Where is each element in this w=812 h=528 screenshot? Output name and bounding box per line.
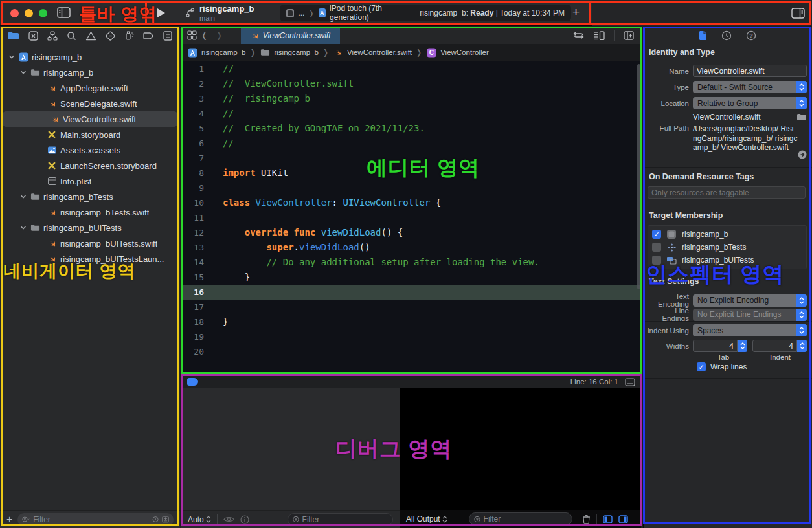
debug-variables-pane[interactable] xyxy=(181,388,400,510)
file-row-Assets-xcassets[interactable]: Assets.xcassets xyxy=(0,142,180,158)
variables-filter-field[interactable] xyxy=(288,513,393,526)
code-line-4[interactable]: 4// xyxy=(181,106,642,121)
clear-console-icon[interactable] xyxy=(582,514,591,524)
disclosure-chevron-icon[interactable] xyxy=(8,54,15,60)
source-control-tab-icon[interactable] xyxy=(28,31,38,41)
inspector-toggle-icon[interactable] xyxy=(791,8,805,19)
line-number[interactable]: 5 xyxy=(181,121,212,136)
line-number[interactable]: 2 xyxy=(181,76,212,91)
breakpoints-tab-icon[interactable] xyxy=(143,32,154,40)
wrap-lines-checkbox[interactable]: ✓ xyxy=(697,362,706,371)
debug-tab-icon[interactable] xyxy=(124,30,134,41)
file-row-risingcamp_bTests-swift[interactable]: risingcamp_bTests.swift xyxy=(0,204,180,220)
code-line-19[interactable]: 19 xyxy=(181,329,642,344)
line-number[interactable]: 7 xyxy=(181,151,212,166)
line-number[interactable]: 11 xyxy=(181,210,212,225)
add-editor-icon[interactable] xyxy=(624,31,634,40)
history-inspector-tab-icon[interactable] xyxy=(721,30,732,41)
wrap-lines-row[interactable]: ✓ Wrap lines xyxy=(697,362,747,371)
line-number[interactable]: 20 xyxy=(181,344,212,359)
disclosure-chevron-icon[interactable] xyxy=(19,69,27,76)
file-row-risingcamp_bUITests[interactable]: risingcamp_bUITests xyxy=(0,220,180,236)
code-line-12[interactable]: 12 override func viewDidLoad() { xyxy=(181,225,642,240)
code-line-14[interactable]: 14 // Do any additional setup after load… xyxy=(181,255,642,270)
file-row-risingcamp_bUITestsLaun---[interactable]: risingcamp_bUITestsLaun... xyxy=(0,251,180,267)
run-button[interactable] xyxy=(157,8,165,17)
location-popup[interactable]: Relative to Group xyxy=(693,97,807,109)
navigator-filter-field[interactable] xyxy=(17,513,174,526)
line-number[interactable]: 9 xyxy=(181,181,212,195)
file-row-risingcamp_bUITests-swift[interactable]: risingcamp_bUITests.swift xyxy=(0,236,180,251)
adjust-editor-icon[interactable] xyxy=(593,31,605,40)
target-row-risingcamp_b[interactable]: ✓risingcamp_b xyxy=(652,228,802,241)
jump-bar[interactable]: risingcamp_b❭risingcamp_b❭ViewController… xyxy=(181,44,642,61)
code-line-1[interactable]: 1// xyxy=(181,61,642,76)
console-filter-input[interactable] xyxy=(484,514,567,523)
code-line-18[interactable]: 18} xyxy=(181,314,642,329)
line-number[interactable]: 6 xyxy=(181,136,212,151)
zoom-window-button[interactable] xyxy=(39,9,47,17)
search-tab-icon[interactable] xyxy=(67,31,76,41)
navigator-toggle-icon[interactable] xyxy=(57,7,71,18)
file-row-Info-plist[interactable]: Info.plist xyxy=(0,173,180,189)
line-number[interactable]: 16 xyxy=(181,285,212,300)
stepper-icon[interactable] xyxy=(738,340,747,352)
tab-width-stepper[interactable]: 4 xyxy=(693,340,747,352)
editor-tab[interactable]: ViewController.swift xyxy=(241,27,340,44)
line-number[interactable]: 8 xyxy=(181,166,212,181)
minimize-window-button[interactable] xyxy=(25,9,33,17)
help-inspector-tab-icon[interactable]: ? xyxy=(746,30,756,41)
run-destination-status[interactable]: ... ❭ A iPod touch (7th generation) risi… xyxy=(280,5,571,21)
file-row-risingcamp_b[interactable]: risingcamp_b xyxy=(0,49,180,65)
code-line-3[interactable]: 3// risingcamp_b xyxy=(181,91,642,106)
tests-tab-icon[interactable] xyxy=(106,31,115,41)
code-line-6[interactable]: 6// xyxy=(181,136,642,151)
file-row-risingcamp_b[interactable]: risingcamp_b xyxy=(0,65,180,80)
add-status-button[interactable]: + xyxy=(572,5,580,19)
line-number[interactable]: 15 xyxy=(181,270,212,285)
open-path-arrow-icon[interactable] xyxy=(798,150,807,159)
line-number[interactable]: 19 xyxy=(181,329,212,344)
code-line-5[interactable]: 5// Created by GOngTAE on 2021/11/23. xyxy=(181,121,642,136)
file-row-LaunchScreen-storyboard[interactable]: LaunchScreen.storyboard xyxy=(0,158,180,173)
indent-popup[interactable]: Spaces xyxy=(693,324,807,336)
target-row-risingcamp_bUITests[interactable]: risingcamp_bUITests xyxy=(652,254,802,267)
stepper-icon[interactable] xyxy=(797,340,807,352)
line-number[interactable]: 3 xyxy=(181,91,212,106)
disclosure-chevron-icon[interactable] xyxy=(19,193,27,200)
device-name[interactable]: iPod touch (7th generation) xyxy=(330,4,407,22)
breadcrumb-item[interactable]: risingcamp_b xyxy=(201,49,245,56)
hide-console-view-icon[interactable] xyxy=(618,515,628,523)
project-navigator-tab-icon[interactable] xyxy=(8,31,19,40)
code-line-9[interactable]: 9 xyxy=(181,181,642,195)
code-line-20[interactable]: 20 xyxy=(181,344,642,359)
name-field[interactable] xyxy=(693,65,807,77)
lineendings-popup[interactable]: No Explicit Line Endings xyxy=(693,309,807,321)
line-number[interactable]: 18 xyxy=(181,314,212,329)
line-number[interactable]: 10 xyxy=(181,195,212,210)
breadcrumb-item[interactable]: risingcamp_b xyxy=(274,49,318,56)
line-number[interactable]: 1 xyxy=(181,61,212,76)
odrt-field[interactable] xyxy=(648,186,806,199)
folder-icon[interactable] xyxy=(796,113,807,121)
hide-variables-view-icon[interactable] xyxy=(603,515,613,523)
console-filter-field[interactable] xyxy=(469,512,572,525)
scheme-name[interactable]: risingcamp_b xyxy=(199,4,254,14)
code-review-icon[interactable] xyxy=(573,31,584,39)
line-number[interactable]: 13 xyxy=(181,240,212,255)
file-inspector-tab-icon[interactable] xyxy=(699,30,707,41)
file-row-SceneDelegate-swift[interactable]: SceneDelegate.swift xyxy=(0,96,180,111)
issues-tab-icon[interactable] xyxy=(85,31,96,41)
code-line-16[interactable]: 16 xyxy=(181,285,642,300)
console-scope-popup[interactable]: All Output xyxy=(406,514,447,523)
variables-scope-popup[interactable]: Auto xyxy=(188,515,211,524)
target-checkbox[interactable] xyxy=(652,243,661,252)
code-line-8[interactable]: 8import UIKit xyxy=(181,166,642,181)
code-editor[interactable]: 1//2// ViewController.swift3// risingcam… xyxy=(181,61,642,375)
code-line-15[interactable]: 15 } xyxy=(181,270,642,285)
code-line-10[interactable]: 10class ViewController: UIViewController… xyxy=(181,195,642,210)
disclosure-chevron-icon[interactable] xyxy=(19,225,27,231)
file-row-risingcamp_bTests[interactable]: risingcamp_bTests xyxy=(0,189,180,204)
related-items-icon[interactable] xyxy=(181,30,197,40)
symbols-tab-icon[interactable] xyxy=(47,31,58,41)
